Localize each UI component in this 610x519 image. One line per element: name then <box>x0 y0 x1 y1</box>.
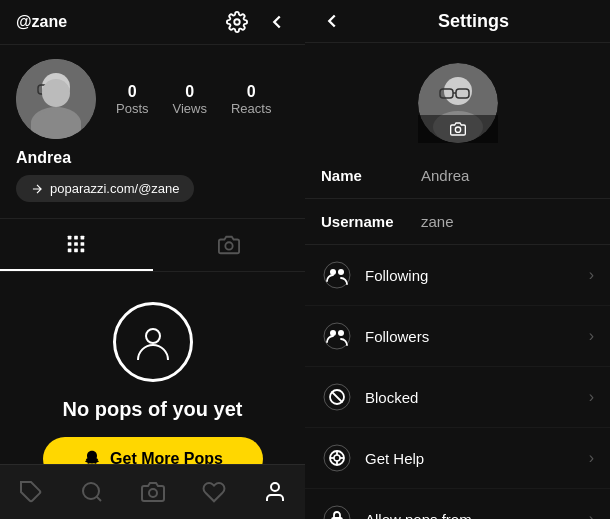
username-label: Username <box>321 213 421 230</box>
views-value: 0 <box>185 83 194 101</box>
empty-person-icon <box>113 302 193 382</box>
camera-overlay-icon <box>418 115 498 143</box>
name-value: Andrea <box>421 167 594 184</box>
blocked-item[interactable]: Blocked › <box>305 367 610 428</box>
top-bar-right: Settings <box>305 0 610 43</box>
svg-point-41 <box>334 455 340 461</box>
get-help-item[interactable]: Get Help › <box>305 428 610 489</box>
svg-rect-9 <box>81 236 85 240</box>
svg-point-29 <box>455 127 460 132</box>
svg-point-21 <box>149 489 157 497</box>
top-bar-left: @zane <box>0 0 305 45</box>
empty-title: No pops of you yet <box>63 398 243 421</box>
svg-point-0 <box>234 19 240 25</box>
svg-rect-11 <box>74 242 78 246</box>
posts-label: Posts <box>116 101 149 116</box>
username-value: zane <box>421 213 594 230</box>
svg-rect-7 <box>68 236 72 240</box>
svg-point-33 <box>324 323 350 349</box>
svg-point-32 <box>338 269 344 275</box>
profile-name: Andrea <box>16 149 289 167</box>
svg-point-17 <box>146 329 160 343</box>
top-bar-icons <box>225 10 289 34</box>
settings-avatar-section <box>305 43 610 153</box>
svg-rect-8 <box>74 236 78 240</box>
back-button[interactable] <box>321 10 343 32</box>
tab-grid[interactable] <box>0 219 153 271</box>
svg-point-39 <box>324 445 350 471</box>
reacts-stat: 0 Reacts <box>231 83 271 116</box>
tabs-row <box>0 218 305 272</box>
settings-title: Settings <box>353 11 594 32</box>
help-icon <box>321 442 353 474</box>
name-field[interactable]: Name Andrea <box>305 153 610 199</box>
username-field[interactable]: Username zane <box>305 199 610 245</box>
allow-pops-chevron: › <box>589 510 594 519</box>
posts-stat: 0 Posts <box>116 83 149 116</box>
right-panel: Settings Name Andrea Usern <box>305 0 610 519</box>
svg-rect-12 <box>81 242 85 246</box>
username-label: @zane <box>16 13 67 31</box>
stats-row: 0 Posts 0 Views 0 Reacts <box>116 83 271 116</box>
followers-chevron: › <box>589 327 594 345</box>
followers-item[interactable]: Followers › <box>305 306 610 367</box>
followers-label: Followers <box>365 328 589 345</box>
allow-pops-item[interactable]: Allow pops from › <box>305 489 610 519</box>
svg-point-16 <box>225 242 232 249</box>
profile-link[interactable]: poparazzi.com/@zane <box>16 175 194 202</box>
left-panel: @zane <box>0 0 305 519</box>
gear-icon[interactable] <box>225 10 249 34</box>
profile-top: 0 Posts 0 Views 0 Reacts <box>16 59 289 139</box>
lock-icon <box>321 503 353 519</box>
tab-camera[interactable] <box>153 219 306 271</box>
following-label: Following <box>365 267 589 284</box>
svg-rect-13 <box>68 249 72 253</box>
svg-point-19 <box>83 483 99 499</box>
tag-nav-button[interactable] <box>11 472 51 512</box>
following-item[interactable]: Following › <box>305 245 610 306</box>
avatar <box>16 59 96 139</box>
svg-rect-5 <box>54 85 67 94</box>
search-nav-button[interactable] <box>72 472 112 512</box>
following-chevron: › <box>589 266 594 284</box>
svg-point-2 <box>42 73 70 101</box>
svg-rect-15 <box>81 249 85 253</box>
camera-nav-button[interactable] <box>133 472 173 512</box>
views-stat: 0 Views <box>173 83 207 116</box>
svg-point-30 <box>324 262 350 288</box>
svg-line-38 <box>332 392 343 403</box>
svg-point-22 <box>271 483 279 491</box>
get-help-chevron: › <box>589 449 594 467</box>
allow-pops-label: Allow pops from <box>365 511 589 520</box>
svg-rect-14 <box>74 249 78 253</box>
reacts-value: 0 <box>247 83 256 101</box>
svg-rect-3 <box>31 107 81 139</box>
avatar-image <box>16 59 96 139</box>
blocked-label: Blocked <box>365 389 589 406</box>
svg-point-24 <box>444 77 472 105</box>
svg-line-20 <box>96 497 100 501</box>
get-help-label: Get Help <box>365 450 589 467</box>
views-label: Views <box>173 101 207 116</box>
bottom-nav <box>0 464 305 519</box>
link-text: poparazzi.com/@zane <box>50 181 180 196</box>
name-label: Name <box>321 167 421 184</box>
posts-value: 0 <box>128 83 137 101</box>
svg-rect-10 <box>68 242 72 246</box>
reacts-label: Reacts <box>231 101 271 116</box>
followers-icon <box>321 320 353 352</box>
settings-avatar[interactable] <box>418 63 498 143</box>
blocked-chevron: › <box>589 388 594 406</box>
svg-point-1 <box>16 59 96 139</box>
profile-section: 0 Posts 0 Views 0 Reacts Andrea poparazz… <box>0 45 305 210</box>
blocked-icon <box>321 381 353 413</box>
back-arrow-icon[interactable] <box>265 10 289 34</box>
svg-point-35 <box>338 330 344 336</box>
heart-nav-button[interactable] <box>194 472 234 512</box>
profile-nav-button[interactable] <box>255 472 295 512</box>
following-icon <box>321 259 353 291</box>
